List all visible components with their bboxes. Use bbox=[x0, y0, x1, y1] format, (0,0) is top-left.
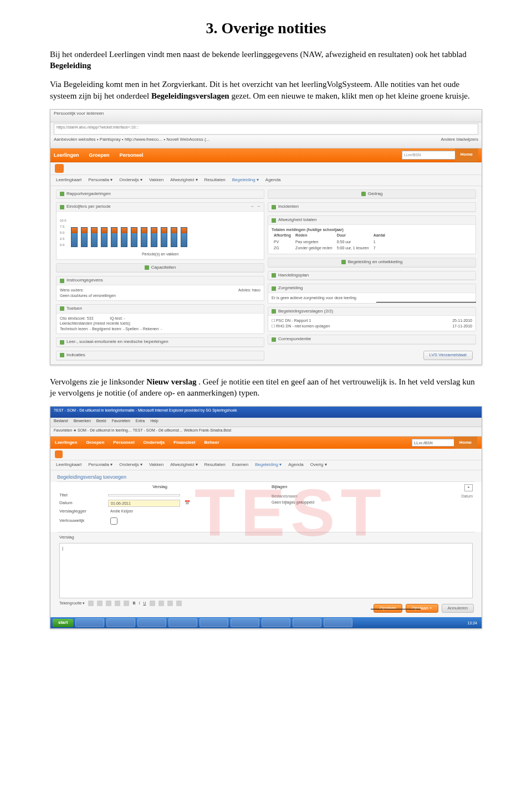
taskbar-item[interactable] bbox=[168, 618, 197, 627]
menu-extra[interactable]: Extra bbox=[136, 418, 145, 426]
home-icon[interactable] bbox=[55, 450, 63, 458]
p2-bold: Begeleidingsverslagen bbox=[151, 91, 229, 100]
bold-icon[interactable]: B bbox=[132, 601, 135, 606]
add-bijlage-button[interactable]: + bbox=[464, 484, 473, 491]
menu-help[interactable]: Help bbox=[150, 418, 158, 426]
taskbar-clock: 13:24 bbox=[467, 620, 479, 625]
doc-heading: 3. Overige notities bbox=[50, 18, 482, 39]
list-icon[interactable] bbox=[176, 601, 182, 606]
leerachterstanden-label: Leerachterstanden (meest recente toets): bbox=[60, 321, 260, 326]
align-left-icon[interactable] bbox=[150, 601, 155, 606]
italic-icon[interactable]: I bbox=[139, 601, 140, 606]
copy-icon[interactable] bbox=[97, 601, 103, 606]
tab2-afwezigheid[interactable]: Afwezigheid ▾ bbox=[170, 462, 197, 468]
tab2-examen[interactable]: Examen bbox=[232, 462, 248, 468]
bar bbox=[71, 227, 78, 247]
panel-title: Indicaties bbox=[66, 352, 85, 358]
th-duur: Duur bbox=[335, 232, 371, 238]
nav2-groepen[interactable]: Groepen bbox=[86, 440, 104, 446]
panel-handelingsplan: Handelingsplan bbox=[268, 271, 476, 281]
verslag-row-title[interactable]: ☐ RHG DN - niet komen opdagen bbox=[272, 324, 330, 329]
home-tab[interactable]: Home bbox=[455, 148, 478, 162]
menu-beeld[interactable]: Beeld bbox=[96, 418, 106, 426]
app-top-nav: Leerlingen Groepen Personeel LLnr/BSN Ho… bbox=[50, 148, 482, 162]
th-afkorting: Afkorting bbox=[272, 232, 293, 238]
address-bar[interactable]: https://start4.atvo.nl/app/?wicket:inter… bbox=[54, 124, 478, 135]
tab2-leerlingkaart[interactable]: Leerlingkaart bbox=[56, 462, 81, 468]
bar bbox=[161, 227, 167, 247]
cut-icon[interactable] bbox=[88, 601, 94, 606]
bijlagen-th-naam: Bestandsnaam bbox=[272, 494, 298, 499]
form-area: Verslag Titel Datum 01-06-2011 📅 Verslag… bbox=[50, 482, 482, 531]
annuleren-button[interactable]: Annuleren bbox=[442, 604, 474, 613]
taskbar-item[interactable] bbox=[106, 618, 135, 627]
verslag-head: Verslag bbox=[59, 484, 260, 490]
nav2-beheer[interactable]: Beheer bbox=[204, 440, 219, 446]
tab2-onderwijs[interactable]: Onderwijs ▾ bbox=[119, 462, 142, 468]
menu-bewerken[interactable]: Bewerken bbox=[74, 418, 91, 426]
titel-label: Titel bbox=[59, 493, 104, 499]
tab2-resultaten[interactable]: Resultaten bbox=[204, 462, 226, 468]
tab-afwezigheid[interactable]: Afwezigheid ▾ bbox=[170, 177, 197, 183]
bar bbox=[81, 227, 88, 247]
tab2-overig[interactable]: Overig ▾ bbox=[310, 462, 327, 468]
taskbar-item[interactable] bbox=[200, 618, 228, 627]
align-center-icon[interactable] bbox=[158, 601, 164, 606]
tab2-vakken[interactable]: Vakken bbox=[149, 462, 163, 468]
taskbar-item[interactable] bbox=[262, 618, 290, 627]
taskbar-item[interactable] bbox=[137, 618, 166, 627]
tab-vakken[interactable]: Vakken bbox=[149, 177, 163, 183]
tab-resultaten[interactable]: Resultaten bbox=[204, 177, 226, 183]
tab-agenda[interactable]: Agenda bbox=[265, 177, 281, 183]
home-tab-2[interactable]: Home bbox=[454, 437, 477, 449]
browser-tab-bar: Persoonlijk voor iedereen bbox=[50, 110, 482, 122]
align-right-icon[interactable] bbox=[167, 601, 173, 606]
lvs-verzamelstaat-button[interactable]: LVS Verzamelstaat bbox=[423, 351, 473, 360]
tab-begeleiding[interactable]: Begeleiding ▾ bbox=[232, 177, 259, 183]
vertrouwelijk-checkbox[interactable] bbox=[110, 517, 117, 525]
y-axis: 10.0 7.5 5.0 2.5 0.0 bbox=[60, 218, 68, 247]
taskbar-item[interactable] bbox=[75, 618, 104, 627]
nav2-leerlingen[interactable]: Leerlingen bbox=[55, 440, 77, 446]
paste-icon[interactable] bbox=[106, 601, 111, 606]
window-titlebar: TEST - SOM - Dé uitkomst in leerlinginfo… bbox=[50, 407, 482, 418]
tekengrootte-select[interactable]: Tekengrootte ▾ bbox=[59, 601, 85, 606]
datum-input[interactable]: 01-06-2011 bbox=[108, 500, 180, 507]
bar bbox=[121, 227, 127, 247]
tab-personalia[interactable]: Personalia ▾ bbox=[88, 177, 112, 183]
nav-personeel[interactable]: Personeel bbox=[120, 152, 144, 158]
opslaan-button[interactable]: Opslaan bbox=[374, 604, 402, 613]
nav2-personeel[interactable]: Personeel bbox=[113, 440, 134, 446]
favorites-bar: Favorieten ★ SOM - Dé uitkomst in leerli… bbox=[50, 427, 482, 437]
verslag-textarea[interactable]: | bbox=[59, 543, 473, 598]
paragraph-3: Vervolgens zie je linksonder Nieuw versl… bbox=[50, 376, 482, 399]
bookmarks-right[interactable]: Andere bladwijzers bbox=[441, 137, 478, 147]
tab2-personalia[interactable]: Personalia ▾ bbox=[88, 462, 112, 468]
titel-input[interactable] bbox=[108, 494, 180, 496]
nav2-financieel[interactable]: Financieel bbox=[173, 440, 195, 446]
home-icon[interactable] bbox=[55, 164, 64, 173]
verslag-row-title[interactable]: ☐ PSC DN - Rapport 1 bbox=[272, 318, 311, 323]
undo-icon[interactable] bbox=[115, 601, 120, 606]
bookmarks-left[interactable]: Aanbevolen websites • Paintspray • http:… bbox=[54, 137, 209, 147]
panel-title: Rapportvergaderingen bbox=[66, 191, 111, 197]
tab-onderwijs[interactable]: Onderwijs ▾ bbox=[119, 177, 142, 183]
taskbar-item[interactable] bbox=[231, 618, 259, 627]
opslaan-plus-button[interactable]: Opslaan + bbox=[406, 604, 438, 613]
taskbar-item[interactable] bbox=[293, 618, 321, 627]
taskbar-item[interactable] bbox=[324, 618, 352, 627]
menu-favorieten[interactable]: Favorieten bbox=[112, 418, 130, 426]
tab2-begeleiding[interactable]: Begeleiding ▾ bbox=[255, 462, 282, 468]
calendar-icon[interactable]: 📅 bbox=[185, 500, 190, 506]
tab2-agenda[interactable]: Agenda bbox=[288, 462, 304, 468]
tab-leerlingkaart[interactable]: Leerlingkaart bbox=[56, 177, 81, 183]
menu-bestand[interactable]: Bestand bbox=[54, 418, 68, 426]
panel-title: Eindcijfers per periode bbox=[66, 204, 111, 210]
start-button[interactable]: start bbox=[53, 619, 73, 627]
bar bbox=[101, 227, 108, 247]
nav-groepen[interactable]: Groepen bbox=[89, 152, 110, 158]
nav-leerlingen[interactable]: Leerlingen bbox=[54, 152, 79, 158]
nav2-onderwijs[interactable]: Onderwijs bbox=[144, 440, 165, 446]
redo-icon[interactable] bbox=[124, 601, 129, 606]
underline-icon[interactable]: U bbox=[143, 601, 146, 606]
